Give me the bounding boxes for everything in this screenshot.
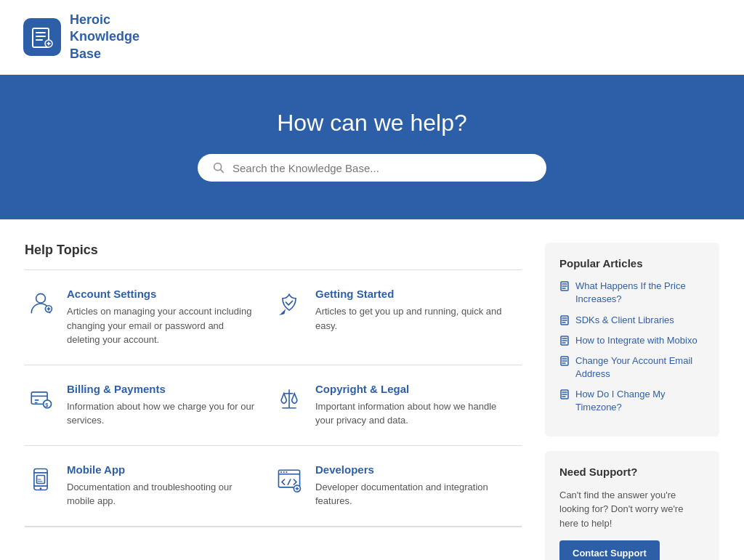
article-link-2[interactable]: How to Integrate with Mobixo xyxy=(559,334,705,347)
legal-icon xyxy=(273,383,305,415)
mobile-app-name: Mobile App xyxy=(67,463,256,476)
svg-rect-11 xyxy=(278,470,299,487)
svg-point-9 xyxy=(40,487,42,490)
legal-name: Copyright & Legal xyxy=(315,383,510,395)
popular-articles-title: Popular Articles xyxy=(559,257,705,269)
divider-bottom xyxy=(25,527,522,527)
logo-icon xyxy=(23,18,61,56)
developers-desc: Developer documentation and integration … xyxy=(315,480,510,508)
contact-support-button[interactable]: Contact Support xyxy=(559,540,660,560)
getting-started-desc: Articles to get you up and running, quic… xyxy=(315,304,510,333)
account-settings-icon xyxy=(25,288,57,320)
billing-icon: $ xyxy=(25,383,57,415)
search-bar xyxy=(198,154,546,182)
billing-name: Billing & Payments xyxy=(67,383,256,395)
article-text-2: How to Integrate with Mobixo xyxy=(575,334,698,347)
mobile-app-icon xyxy=(25,463,57,495)
account-settings-desc: Articles on managing your account includ… xyxy=(67,304,256,347)
need-support-description: Can't find the answer you're looking for… xyxy=(559,488,705,531)
help-topics-title: Help Topics xyxy=(25,243,522,258)
article-text-4: How Do I Change My Timezone? xyxy=(575,388,705,414)
svg-text:$: $ xyxy=(45,402,48,408)
sidebar: Popular Articles What Happens If the Pri… xyxy=(545,243,719,560)
header: Heroic Knowledge Base xyxy=(0,0,744,75)
svg-point-14 xyxy=(286,471,287,473)
article-icon-2 xyxy=(559,336,570,346)
article-text-0: What Happens If the Price Increases? xyxy=(575,280,705,306)
article-icon-4 xyxy=(559,389,570,399)
account-settings-name: Account Settings xyxy=(67,288,256,300)
article-link-1[interactable]: SDKs & Client Libraries xyxy=(559,314,705,327)
billing-desc: Information about how we charge you for … xyxy=(67,399,256,428)
search-icon xyxy=(212,161,225,174)
main-content: Help Topics Account Settings Articles on… xyxy=(1,219,743,560)
article-icon-1 xyxy=(559,315,570,325)
developers-icon xyxy=(273,463,305,495)
topics-grid: Account Settings Articles on managing yo… xyxy=(25,270,522,527)
article-text-1: SDKs & Client Libraries xyxy=(575,314,674,327)
article-link-0[interactable]: What Happens If the Price Increases? xyxy=(559,280,705,306)
article-link-4[interactable]: How Do I Change My Timezone? xyxy=(559,388,705,414)
mobile-app-desc: Documentation and troubleshooting our mo… xyxy=(67,480,256,508)
getting-started-name: Getting Started xyxy=(315,288,510,300)
topic-legal[interactable]: Copyright & Legal Important information … xyxy=(273,365,522,446)
svg-point-13 xyxy=(283,471,285,473)
brand-name: Heroic Knowledge Base xyxy=(70,12,140,62)
topic-mobile-app[interactable]: Mobile App Documentation and troubleshoo… xyxy=(25,446,273,527)
search-input[interactable] xyxy=(232,162,532,174)
need-support-card: Need Support? Can't find the answer you'… xyxy=(545,451,719,560)
svg-point-3 xyxy=(36,294,46,304)
article-icon-3 xyxy=(559,356,570,366)
svg-point-12 xyxy=(280,471,282,473)
topic-getting-started[interactable]: Getting Started Articles to get you up a… xyxy=(273,270,522,365)
article-icon-0 xyxy=(559,281,570,291)
topic-account-settings[interactable]: Account Settings Articles on managing yo… xyxy=(25,270,273,365)
getting-started-icon xyxy=(273,288,305,320)
article-link-3[interactable]: Change Your Account Email Address xyxy=(559,354,705,381)
hero-title: How can we help? xyxy=(23,110,721,137)
developers-name: Developers xyxy=(315,463,510,476)
article-text-3: Change Your Account Email Address xyxy=(575,354,705,381)
need-support-title: Need Support? xyxy=(559,466,705,478)
help-topics-section: Help Topics Account Settings Articles on… xyxy=(25,243,522,560)
hero-section: How can we help? xyxy=(0,75,744,219)
popular-articles-card: Popular Articles What Happens If the Pri… xyxy=(545,243,719,437)
topic-developers[interactable]: Developers Developer documentation and i… xyxy=(273,446,522,527)
legal-desc: Important information about how we handl… xyxy=(315,399,510,428)
topic-billing[interactable]: $ Billing & Payments Information about h… xyxy=(25,365,273,446)
